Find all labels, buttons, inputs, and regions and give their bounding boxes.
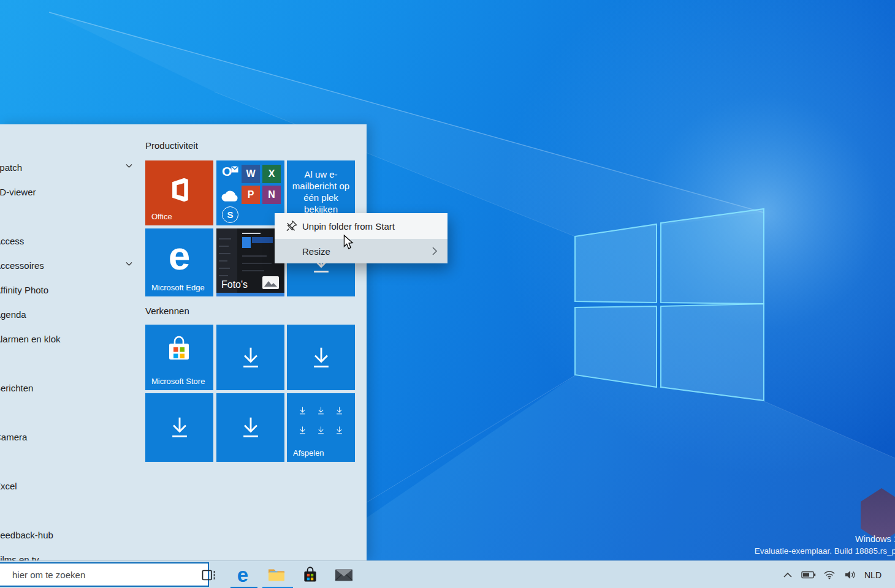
- photo-thumbnail-icon: [262, 276, 279, 289]
- tile-context-menu: Unpin folder from Start Resize: [275, 213, 448, 263]
- app-label: Access: [0, 236, 24, 246]
- skype-icon: S: [222, 206, 238, 223]
- tray-show-hidden-icons-button[interactable]: [777, 561, 798, 588]
- chevron-right-icon: [432, 247, 438, 255]
- store-icon: [302, 567, 319, 584]
- app-list-item-excel[interactable]: Excel: [0, 473, 313, 498]
- app-label: Berichten: [0, 383, 33, 393]
- onenote-icon: N: [262, 186, 281, 204]
- tray-wifi-button[interactable]: [819, 561, 840, 588]
- office-logo-icon: [166, 176, 194, 203]
- start-menu-panel: 0patch 3D-viewer Access Accessoires Affi…: [0, 124, 367, 560]
- tile-label: Office: [151, 212, 172, 221]
- edge-icon: e: [237, 565, 248, 585]
- app-label: Affinity Photo: [0, 285, 48, 295]
- download-arrow-icon: [145, 393, 213, 462]
- context-menu-label: Unpin folder from Start: [302, 221, 395, 232]
- mail-icon: [335, 568, 353, 582]
- chevron-down-icon[interactable]: [126, 164, 132, 168]
- outlook-icon: O: [222, 164, 232, 179]
- app-label: 0patch: [0, 162, 22, 173]
- app-label: Feedback-hub: [0, 530, 53, 540]
- tile-pending-install[interactable]: [216, 325, 284, 390]
- tray-language-indicator[interactable]: NLD: [861, 561, 885, 588]
- download-arrow-icon: [216, 325, 284, 390]
- file-explorer-icon: [267, 567, 286, 582]
- tile-label: Foto's: [221, 279, 248, 290]
- system-tray: NLD: [777, 561, 885, 588]
- tile-group-header-verkennen[interactable]: Verkennen: [145, 306, 189, 316]
- chevron-down-icon[interactable]: [126, 262, 132, 266]
- taskbar: e: [0, 560, 895, 588]
- outlook-envelope-icon: [231, 166, 238, 173]
- tile-pending-install[interactable]: [287, 325, 355, 390]
- tile-label: Microsoft Store: [151, 377, 205, 386]
- app-label: Agenda: [0, 309, 26, 320]
- desktop-screen: Windows 10 Evaluatie-exemplaar. Build 18…: [0, 0, 895, 588]
- onedrive-icon: [219, 190, 238, 202]
- taskbar-file-explorer-button[interactable]: [263, 561, 290, 588]
- unpin-icon: [286, 220, 298, 232]
- context-menu-item-unpin[interactable]: Unpin folder from Start: [275, 213, 448, 239]
- taskbar-mail-button[interactable]: [330, 561, 357, 588]
- task-view-button[interactable]: [195, 561, 222, 588]
- tile-microsoft-edge[interactable]: e Microsoft Edge: [145, 228, 213, 296]
- context-menu-label: Resize: [302, 246, 330, 257]
- taskbar-edge-button[interactable]: e: [229, 561, 256, 588]
- photos-tile-bottom-strip: [216, 293, 284, 296]
- wifi-icon: [823, 570, 836, 579]
- tile-label: Microsoft Edge: [151, 283, 205, 292]
- store-bag-icon: [164, 334, 194, 363]
- app-label: Excel: [0, 481, 17, 491]
- mouse-cursor: [343, 235, 354, 251]
- app-list-item-films-en-tv[interactable]: Films en tv: [0, 547, 313, 560]
- evaluation-watermark: Windows 10 Evaluatie-exemplaar. Build 18…: [622, 533, 895, 557]
- tile-pending-install[interactable]: [216, 393, 284, 462]
- edge-logo-icon: e: [145, 230, 213, 282]
- battery-icon: [801, 571, 816, 579]
- app-label: Films en tv: [0, 554, 39, 561]
- download-arrow-icon: [216, 393, 284, 462]
- watermark-line1: Windows 10: [622, 533, 895, 545]
- app-label: 3D-viewer: [0, 187, 36, 197]
- chevron-up-icon: [783, 572, 793, 578]
- excel-icon: X: [262, 165, 281, 183]
- app-list-item-feedback-hub[interactable]: Feedback-hub: [0, 522, 313, 547]
- pending-install-mini-arrows: [293, 401, 349, 440]
- download-arrow-icon: [287, 325, 355, 390]
- tile-office[interactable]: Office: [145, 160, 213, 225]
- tile-pending-install[interactable]: [145, 393, 213, 462]
- task-view-icon: [200, 567, 217, 583]
- tile-label: Afspelen: [293, 448, 324, 458]
- app-label: Camera: [0, 432, 27, 442]
- taskbar-search-input[interactable]: [0, 562, 209, 587]
- tray-battery-button[interactable]: [798, 561, 819, 588]
- app-label: Alarmen en klok: [0, 334, 61, 344]
- tile-afspelen-folder[interactable]: Afspelen: [287, 393, 355, 462]
- watermark-line2: Evaluatie-exemplaar. Build 18885.rs_pre: [622, 545, 895, 557]
- word-icon: W: [242, 165, 260, 183]
- taskbar-store-button[interactable]: [297, 561, 324, 588]
- mail-live-tile-text: Al uw e-mailbericht op één plek bekijken: [287, 168, 355, 215]
- app-label: Accessoires: [0, 260, 44, 271]
- tray-volume-button[interactable]: [840, 561, 861, 588]
- tile-group-header-productiviteit[interactable]: Productiviteit: [145, 140, 198, 151]
- powerpoint-icon: P: [242, 186, 260, 204]
- tile-microsoft-store[interactable]: Microsoft Store: [145, 325, 213, 390]
- context-menu-item-resize[interactable]: Resize: [275, 239, 448, 263]
- speaker-icon: [844, 570, 856, 580]
